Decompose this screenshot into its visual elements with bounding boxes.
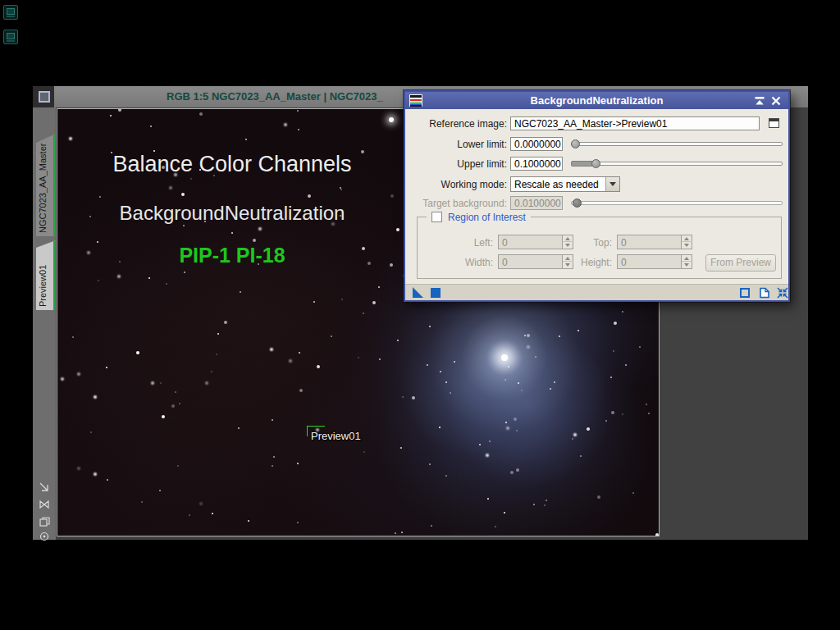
roi-top-spinner: 0 xyxy=(617,235,692,249)
background-neutralization-dialog: BackgroundNeutralization Reference image… xyxy=(404,90,790,302)
spin-up-icon[interactable] xyxy=(682,255,692,262)
preview-region-label: Preview01 xyxy=(311,430,361,442)
edit-instance-icon[interactable] xyxy=(740,288,750,298)
reset-icon[interactable] xyxy=(777,287,788,301)
roi-width-label: Width: xyxy=(407,257,493,268)
center-icon[interactable] xyxy=(38,530,51,543)
roi-top-label: Top: xyxy=(510,237,612,249)
view-tab-strip: NGC7023_AA_Master Preview01 xyxy=(33,107,56,540)
target-background-label: Target background: xyxy=(407,198,507,209)
reference-image-label: Reference image: xyxy=(407,118,507,130)
workspace-icon-bar xyxy=(7,40,15,42)
working-mode-select[interactable]: Rescale as needed xyxy=(510,176,620,192)
roi-width-value: 0 xyxy=(502,257,508,268)
reference-select-icon[interactable] xyxy=(768,118,780,129)
upper-limit-field[interactable]: 0.1000000 xyxy=(510,157,563,171)
close-icon[interactable] xyxy=(770,95,782,107)
spin-down-icon[interactable] xyxy=(682,242,692,249)
roi-height-label: Height: xyxy=(510,257,612,268)
lower-limit-field[interactable]: 0.0000000 xyxy=(510,137,563,151)
new-instance-icon[interactable] xyxy=(413,287,423,298)
workspace-icon-glyph xyxy=(7,33,15,39)
tab-green-stripe xyxy=(53,134,56,236)
dialog-title: BackgroundNeutralization xyxy=(405,92,788,109)
shade-icon[interactable] xyxy=(754,95,765,107)
workspace-icon-2[interactable] xyxy=(3,30,18,44)
view-tab-label: Preview01 xyxy=(38,245,48,307)
workspace-icon-1[interactable] xyxy=(3,5,18,20)
window-select-icon[interactable] xyxy=(39,91,50,103)
annotation-overlay: Balance Color Channels BackgroundNeutral… xyxy=(57,109,407,536)
view-tab-main[interactable]: NGC7023_AA_Master xyxy=(36,134,56,236)
spinner-buttons xyxy=(681,255,692,268)
slider-thumb[interactable] xyxy=(591,159,600,168)
view-tab-preview01[interactable]: Preview01 xyxy=(36,240,56,310)
lower-limit-slider[interactable] xyxy=(571,137,783,151)
dialog-body: Reference image: NGC7023_AA_Master->Prev… xyxy=(405,109,788,300)
upper-limit-slider[interactable] xyxy=(571,157,783,171)
spinner-buttons xyxy=(681,235,692,249)
slider-thumb xyxy=(573,199,582,208)
workspace-icon-bar xyxy=(7,16,15,17)
roi-top-value: 0 xyxy=(621,237,627,249)
spin-up-icon[interactable] xyxy=(682,235,692,242)
tab-green-stripe xyxy=(53,240,56,310)
overlay-line-1: Balance Color Channels xyxy=(57,152,407,177)
roi-left-label: Left: xyxy=(407,237,493,249)
chevron-down-icon[interactable] xyxy=(605,177,619,191)
region-of-interest-header: Region of Interest xyxy=(427,211,531,223)
slider-track xyxy=(571,162,783,166)
slider-thumb[interactable] xyxy=(571,139,580,148)
cascade-icon[interactable] xyxy=(38,515,51,528)
region-of-interest-checkbox[interactable] xyxy=(431,212,442,222)
lower-limit-label: Lower limit: xyxy=(407,139,507,150)
apply-icon[interactable] xyxy=(431,288,441,298)
spin-down-icon[interactable] xyxy=(682,262,692,268)
image-window-title: RGB 1:5 NGC7023_AA_Master | NGC7023_ xyxy=(167,86,383,107)
reference-image-field[interactable]: NGC7023_AA_Master->Preview01 xyxy=(510,116,760,130)
overlay-line-2: BackgroundNeutralization xyxy=(57,202,407,225)
workspace-icon-glyph xyxy=(7,8,15,15)
roi-left-value: 0 xyxy=(502,237,508,249)
dialog-titlebar[interactable]: BackgroundNeutralization xyxy=(405,92,788,109)
nebula-core-star xyxy=(501,354,508,361)
browse-documentation-icon[interactable] xyxy=(759,287,770,301)
upper-limit-label: Upper limit: xyxy=(407,158,507,170)
overlay-line-3: PIP-1 PI-18 xyxy=(57,244,407,267)
region-of-interest-label: Region of Interest xyxy=(448,212,526,223)
reference-select-glyph xyxy=(769,118,779,128)
target-background-slider xyxy=(571,196,783,210)
pixinsight-workspace: RGB 1:5 NGC7023_AA_Master | NGC7023_ NGC… xyxy=(0,0,840,630)
titlebar-corner xyxy=(33,86,54,107)
working-mode-value: Rescale as needed xyxy=(514,179,599,190)
dialog-bottom-bar xyxy=(405,284,788,300)
working-mode-label: Working mode: xyxy=(407,179,507,190)
target-background-field: 0.0100000 xyxy=(510,196,563,210)
view-tab-label: NGC7023_AA_Master xyxy=(38,139,48,233)
roi-height-spinner: 0 xyxy=(617,254,692,269)
roi-height-value: 0 xyxy=(621,257,627,268)
fit-view-icon[interactable] xyxy=(38,498,51,511)
from-preview-button[interactable]: From Preview xyxy=(705,254,776,272)
pan-corner-icon[interactable] xyxy=(38,481,51,494)
slider-track xyxy=(571,142,783,146)
slider-track xyxy=(571,201,783,205)
